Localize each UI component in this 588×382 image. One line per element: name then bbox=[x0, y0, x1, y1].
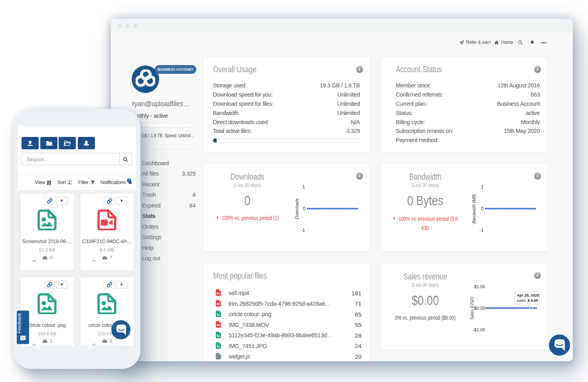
svg-text:IMG_7451.JPG: IMG_7451.JPG bbox=[229, 342, 267, 349]
svg-text:1: 1 bbox=[481, 184, 483, 190]
svg-text:71: 71 bbox=[355, 300, 361, 307]
svg-text:28: 28 bbox=[355, 332, 361, 338]
svg-text:Bandwidth (MB): Bandwidth (MB) bbox=[472, 194, 476, 224]
svg-text:A: A bbox=[71, 180, 72, 182]
svg-text:widget.js: widget.js bbox=[228, 353, 250, 360]
svg-text:IMG_7438.MOV: IMG_7438.MOV bbox=[229, 321, 269, 328]
svg-text:1: 1 bbox=[302, 184, 305, 190]
svg-text:Z: Z bbox=[71, 183, 72, 185]
svg-text:sell.mp4: sell.mp4 bbox=[229, 290, 249, 296]
svg-text:Sales (USD): Sales (USD) bbox=[470, 296, 474, 319]
svg-text:55: 55 bbox=[355, 321, 361, 328]
svg-text:$0.00: $0.00 bbox=[474, 305, 485, 310]
svg-text:181: 181 bbox=[351, 289, 361, 296]
svg-text:cirlcle colour .png: cirlcle colour .png bbox=[229, 311, 271, 317]
svg-text:trim.2b8256f5-7cda-4798-925d-a: trim.2b8256f5-7cda-4798-925d-a428a6… bbox=[229, 300, 331, 307]
svg-text:-1: -1 bbox=[300, 228, 305, 233]
svg-text:20: 20 bbox=[355, 353, 361, 360]
svg-text:5112e345-f23e-49ab-8993-864ee6: 5112e345-f23e-49ab-8993-864ee6513d… bbox=[229, 332, 332, 338]
svg-text:0: 0 bbox=[481, 206, 483, 212]
svg-text:-1: -1 bbox=[479, 228, 483, 233]
svg-text:24: 24 bbox=[355, 342, 361, 349]
svg-text:0: 0 bbox=[303, 206, 306, 212]
svg-text:65: 65 bbox=[355, 311, 361, 317]
svg-text:Downloads: Downloads bbox=[294, 198, 299, 219]
svg-text:-$1.00: -$1.00 bbox=[472, 327, 485, 332]
svg-text:Apr 25, 2020: Apr 25, 2020 bbox=[517, 293, 539, 297]
svg-text:sales: $ 0.00: sales: $ 0.00 bbox=[517, 298, 538, 302]
svg-text:$1.00: $1.00 bbox=[474, 284, 485, 289]
